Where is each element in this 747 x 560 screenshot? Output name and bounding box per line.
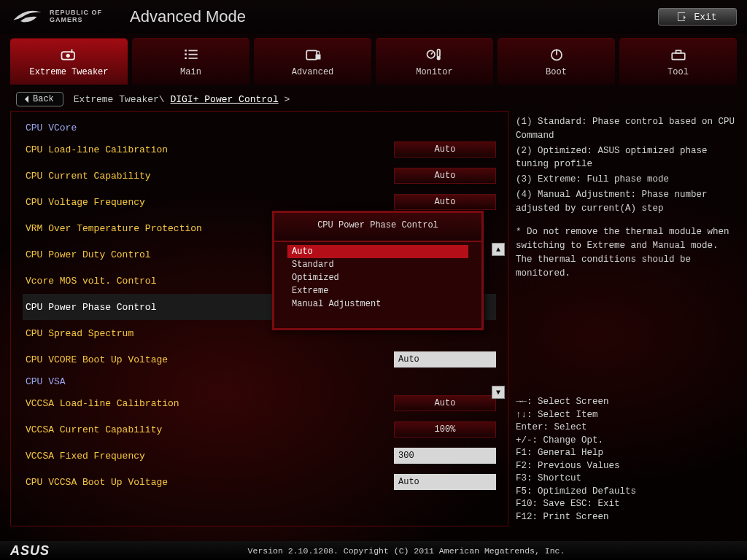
tab-main[interactable]: Main: [132, 38, 249, 85]
setting-label: CPU Current Capability: [23, 171, 394, 182]
setting-value-dropdown[interactable]: Auto: [394, 194, 496, 210]
scroll-up-button[interactable]: ▲: [492, 243, 505, 256]
popup-option-manual-adjustment[interactable]: Manual Adjustment: [287, 298, 468, 311]
tab-advanced[interactable]: Advanced: [254, 38, 371, 85]
setting-label: CPU Load-line Calibration: [23, 144, 394, 155]
tweaker-icon: [59, 47, 80, 64]
chip-lock-icon: [303, 47, 323, 64]
setting-row-cpu-vcore-boot-up-voltage[interactable]: CPU VCORE Boot Up Voltage: [23, 346, 496, 373]
help-line: (1) Standard: Phase control based on CPU…: [516, 115, 735, 143]
brand-line2: GAMERS: [50, 17, 102, 24]
svg-rect-8: [672, 52, 685, 59]
svg-point-6: [436, 56, 440, 60]
help-line: (4) Manual Adjustment: Phase number adju…: [516, 188, 735, 216]
setting-value-dropdown[interactable]: Auto: [394, 168, 496, 184]
rog-eye-icon: [10, 6, 44, 28]
section-label: CPU VSA: [23, 376, 496, 387]
section-header: CPU VSA: [23, 373, 496, 390]
scroll-down-button[interactable]: ▼: [492, 386, 505, 399]
keyhelp-panel: →←: Select Screen↑↓: Select ItemEnter: S…: [516, 396, 737, 524]
rog-logo: REPUBLIC OF GAMERS: [10, 6, 102, 28]
tab-boot[interactable]: Boot: [498, 38, 615, 85]
svg-point-1: [66, 53, 69, 57]
svg-rect-9: [676, 50, 681, 53]
svg-rect-3: [315, 54, 320, 59]
toolbox-icon: [668, 47, 689, 64]
section-label: CPU VCore: [23, 122, 496, 133]
help-panel: (1) Standard: Phase control based on CPU…: [516, 111, 737, 280]
tab-monitor[interactable]: Monitor: [376, 38, 493, 85]
back-label: Back: [33, 94, 54, 104]
svg-rect-2: [306, 50, 317, 59]
setting-row-vccsa-load-line-calibration[interactable]: VCCSA Load-line CalibrationAuto: [23, 390, 496, 416]
tab-label: Tool: [667, 67, 689, 77]
exit-button[interactable]: Exit: [658, 8, 737, 26]
tab-extreme-tweaker[interactable]: Extreme Tweaker: [10, 38, 128, 85]
help-note: * Do not remove the thermal module when …: [516, 225, 735, 280]
crumb-root[interactable]: Extreme Tweaker: [74, 94, 159, 105]
power-icon: [546, 47, 567, 64]
setting-value-input[interactable]: [394, 448, 496, 464]
tab-label: Advanced: [292, 67, 334, 77]
setting-label: CPU Voltage Frequency: [23, 197, 394, 208]
setting-value-dropdown[interactable]: 100%: [394, 421, 496, 438]
keyhelp-line: F5: Optimized Defaults: [516, 486, 737, 499]
section-header: CPU VCore: [23, 119, 496, 136]
keyhelp-line: F12: Print Screen: [516, 511, 737, 524]
setting-label: CPU VCORE Boot Up Voltage: [23, 354, 394, 365]
help-line: (3) Extreme: Full phase mode: [516, 173, 735, 187]
keyhelp-line: F3: Shortcut: [516, 472, 737, 486]
setting-row-vccsa-current-capability[interactable]: VCCSA Current Capability100%: [23, 416, 496, 443]
thermo-icon: [425, 47, 445, 64]
svg-rect-5: [437, 49, 440, 57]
popup-title: CPU Power Phase Control: [274, 213, 481, 242]
setting-label: VCCSA Load-line Calibration: [23, 398, 394, 409]
back-button[interactable]: Back: [16, 92, 63, 106]
tab-label: Boot: [546, 67, 567, 77]
setting-row-cpu-vccsa-boot-up-voltage[interactable]: CPU VCCSA Boot Up Voltage: [23, 469, 496, 495]
setting-row-cpu-load-line-calibration[interactable]: CPU Load-line CalibrationAuto: [23, 136, 496, 163]
popup-option-optimized[interactable]: Optimized: [287, 271, 468, 284]
setting-value-dropdown[interactable]: Auto: [394, 395, 496, 411]
keyhelp-line: F2: Previous Values: [516, 460, 737, 473]
tab-label: Main: [180, 67, 201, 77]
tab-bar: Extreme TweakerMainAdvancedMonitorBootTo…: [0, 34, 747, 85]
tab-label: Monitor: [416, 67, 452, 77]
setting-label: CPU VCCSA Boot Up Voltage: [23, 477, 394, 488]
page-title: Advanced Mode: [102, 7, 658, 26]
help-line: (2) Optimized: ASUS optimized phase tuni…: [516, 144, 735, 172]
asus-logo: ASUS: [10, 543, 76, 559]
tab-tool[interactable]: Tool: [619, 38, 737, 85]
keyhelp-line: F10: Save ESC: Exit: [516, 498, 737, 511]
setting-row-cpu-current-capability[interactable]: CPU Current CapabilityAuto: [23, 163, 496, 189]
keyhelp-line: +/-: Change Opt.: [516, 435, 737, 448]
setting-row-vccsa-fixed-frequency[interactable]: VCCSA Fixed Frequency: [23, 443, 496, 469]
keyhelp-line: →←: Select Screen: [516, 396, 737, 409]
keyhelp-line: F1: General Help: [516, 447, 737, 460]
crumb-current: DIGI+ Power Control: [170, 94, 278, 105]
footer-version: Version 2.10.1208. Copyright (C) 2011 Am…: [76, 546, 737, 556]
settings-panel: CPU VCoreCPU Load-line CalibrationAutoCP…: [10, 111, 508, 526]
keyhelp-line: Enter: Select: [516, 421, 737, 435]
setting-label: VCCSA Current Capability: [23, 424, 394, 435]
popup-option-standard[interactable]: Standard: [287, 258, 468, 271]
setting-value-input[interactable]: [394, 474, 496, 490]
popup-option-auto[interactable]: Auto: [287, 245, 468, 258]
phase-control-popup: CPU Power Phase Control AutoStandardOpti…: [272, 211, 484, 330]
breadcrumb: Back Extreme Tweaker\ DIGI+ Power Contro…: [0, 88, 747, 111]
setting-label: VCCSA Fixed Frequency: [23, 451, 394, 462]
list-icon: [181, 47, 201, 64]
setting-value-input[interactable]: [394, 351, 496, 368]
setting-value-dropdown[interactable]: Auto: [394, 141, 496, 158]
exit-icon: [678, 12, 685, 21]
tab-label: Extreme Tweaker: [29, 67, 108, 77]
keyhelp-line: ↑↓: Select Item: [516, 409, 737, 422]
exit-label: Exit: [694, 12, 716, 23]
popup-option-extreme[interactable]: Extreme: [287, 284, 468, 298]
